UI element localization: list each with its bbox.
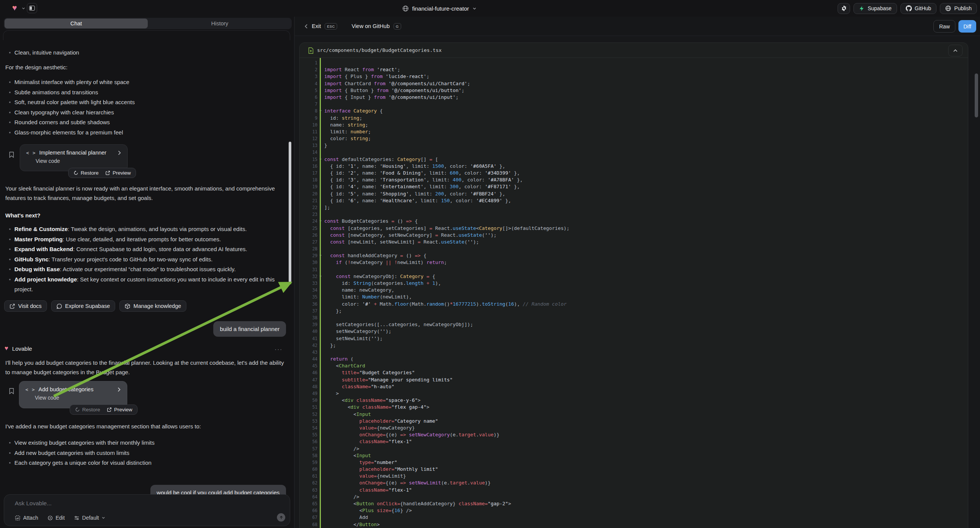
send-button[interactable] <box>277 513 285 522</box>
supabase-button[interactable]: Supabase <box>853 3 897 14</box>
view-code-link[interactable]: View code <box>19 393 127 401</box>
restore-button[interactable]: Restore <box>73 170 99 176</box>
bookmark-icon[interactable] <box>9 151 14 158</box>
added-paragraph: I've added a new budget categories manag… <box>5 422 290 431</box>
line-number: 54 <box>300 425 317 431</box>
line-number: 31 <box>300 266 317 273</box>
line-number: 19 <box>300 183 317 190</box>
line-number: 25 <box>300 225 317 232</box>
line-number: 10 <box>300 122 317 129</box>
code-text: /> <box>317 493 359 500</box>
code-text: name: newCategory, <box>317 287 395 294</box>
code-line: 21 { id: '6', name: 'Healthcare', limit:… <box>300 197 968 204</box>
line-number: 43 <box>300 349 317 356</box>
line-number: 20 <box>300 191 317 197</box>
code-text: { id: '3', name: 'Transportation', limit… <box>317 177 523 183</box>
whats-next-list: Refine & Customize: Tweak the design, an… <box>0 224 288 295</box>
line-number: 34 <box>300 287 317 294</box>
code-text: value={newLimit} <box>317 473 406 480</box>
line-number: 41 <box>300 335 317 342</box>
collapse-file-button[interactable] <box>948 45 963 56</box>
edit-card-title: Add budget categories <box>39 386 114 393</box>
line-number: 33 <box>300 280 317 287</box>
aesthetic-heading: For the design aesthetic: <box>5 63 290 72</box>
code-viewer: 12import React from 'react';3import { Pl… <box>300 58 968 528</box>
code-file-card: src/components/budget/BudgetCategories.t… <box>299 43 968 528</box>
code-line: 14 <box>300 149 968 156</box>
logo-chevron-down-icon[interactable] <box>22 6 25 10</box>
github-button[interactable]: GitHub <box>900 3 937 14</box>
code-text: placeholder="Monthly limit" <box>317 466 438 473</box>
attach-label: Attach <box>23 515 38 521</box>
publish-button[interactable]: Publish <box>940 3 977 14</box>
code-text: const defaultCategories: Category[] = [ <box>317 156 438 163</box>
line-number: 3 <box>300 73 317 80</box>
visit-docs-button[interactable]: Visit docs <box>4 301 47 312</box>
code-scrollbar[interactable] <box>975 73 978 118</box>
bookmark-icon[interactable] <box>9 388 14 394</box>
tab-history[interactable]: History <box>148 19 291 29</box>
bullet-text: Rounded corners and subtle shadows <box>14 118 110 128</box>
line-number: 67 <box>300 514 317 521</box>
bullet-dot <box>9 442 11 444</box>
lovable-logo-heart-icon[interactable]: ♥ <box>12 3 17 13</box>
chevron-right-icon <box>118 387 121 392</box>
chat-scrollbar[interactable] <box>289 142 291 283</box>
line-number: 22 <box>300 204 317 211</box>
code-line: 12 color: string; <box>300 135 968 142</box>
attach-button[interactable]: Attach <box>15 515 38 521</box>
code-line: 8interface Category { <box>300 108 968 115</box>
line-number: 52 <box>300 411 317 418</box>
list-item: Glass-morphic elements for a premium fee… <box>0 128 135 138</box>
list-item: Minimalist interface with plenty of whit… <box>0 77 135 87</box>
restore-button[interactable]: Restore <box>75 407 100 412</box>
manage-knowledge-button[interactable]: Manage knowledge <box>119 301 186 312</box>
ready-paragraph: Your sleek financial planner is now read… <box>5 184 290 203</box>
code-text: name: string; <box>317 122 368 129</box>
message-more-menu[interactable]: ··· <box>275 346 283 352</box>
code-line: 60 placeholder="Monthly limit" <box>300 466 968 473</box>
code-line: 6import { Input } from '@/components/ui/… <box>300 94 968 101</box>
raw-toggle-button[interactable]: Raw <box>934 20 955 33</box>
diff-toggle-button[interactable]: Diff <box>958 20 976 33</box>
code-text: <div className="space-y-6"> <box>317 397 420 404</box>
line-number: 49 <box>300 390 317 397</box>
edit-button[interactable]: Edit <box>47 515 65 521</box>
code-text: { id: '4', name: 'Entertainment', limit:… <box>317 183 520 190</box>
assistant-name: Lovable <box>12 345 32 352</box>
file-header[interactable]: src/components/budget/BudgetCategories.t… <box>300 43 968 58</box>
code-line: 49 > <box>300 390 968 397</box>
tab-chat[interactable]: Chat <box>5 19 148 29</box>
line-number: 50 <box>300 397 317 404</box>
preview-button[interactable]: Preview <box>105 170 131 176</box>
preview-button[interactable]: Preview <box>107 407 132 412</box>
publish-label: Publish <box>954 5 972 11</box>
code-text <box>317 314 324 321</box>
view-on-github-button[interactable]: View on GitHub <box>352 23 390 29</box>
line-number: 12 <box>300 135 317 142</box>
toggle-sidebar-button[interactable] <box>27 3 37 13</box>
visit-docs-label: Visit docs <box>18 303 42 309</box>
chat-input[interactable] <box>15 500 242 507</box>
code-text: className="h-auto" <box>317 383 395 390</box>
project-switcher[interactable]: financial-future-creator <box>402 3 477 14</box>
edit-card-implement-financial-planner[interactable]: < > Implement financial planner View cod… <box>20 144 128 171</box>
mode-select[interactable]: Default <box>74 515 105 521</box>
line-number: 32 <box>300 273 317 280</box>
bullet-text: Each category gets a unique color for vi… <box>14 458 151 468</box>
added-file-icon <box>308 47 313 54</box>
explore-supabase-button[interactable]: Explore Supabase <box>51 301 116 312</box>
code-line: 62 onChange={(e) => setNewLimit(e.target… <box>300 480 968 486</box>
code-line: 25 const [categories, setCategories] = R… <box>300 225 968 232</box>
code-text: </Button> <box>317 521 380 528</box>
exit-button[interactable]: Exit <box>312 23 321 29</box>
settings-button[interactable] <box>838 3 850 14</box>
code-line: 19 { id: '4', name: 'Entertainment', lim… <box>300 183 968 190</box>
line-number: 59 <box>300 459 317 466</box>
code-line: 18 { id: '3', name: 'Transportation', li… <box>300 177 968 183</box>
code-line: 10 name: string; <box>300 122 968 129</box>
code-line: 45 <ChartCard <box>300 363 968 369</box>
view-code-link[interactable]: View code <box>20 156 127 164</box>
line-number: 4 <box>300 80 317 87</box>
chat-composer: Attach Edit Default <box>4 494 290 526</box>
